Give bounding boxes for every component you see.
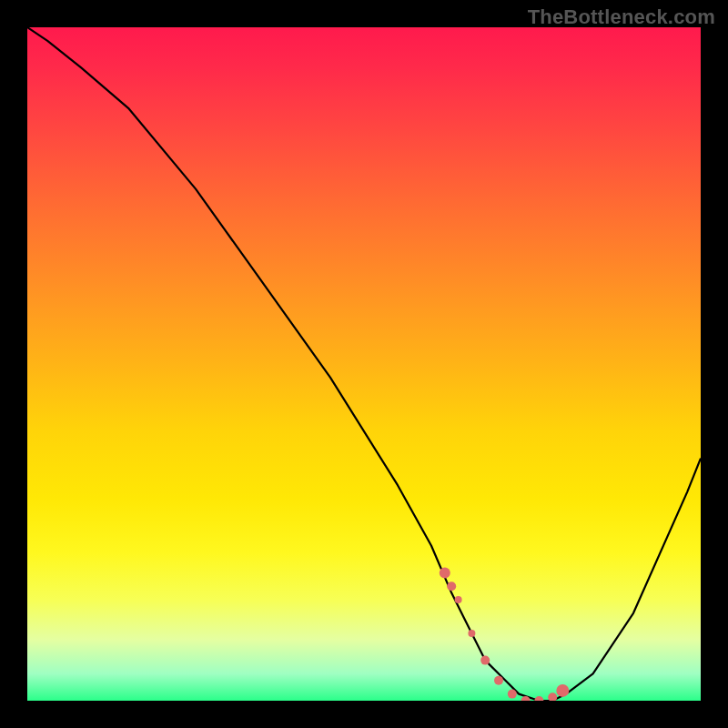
marker-dot — [548, 693, 557, 701]
plot-area — [27, 27, 701, 701]
marker-dot — [534, 696, 543, 701]
chart-frame: TheBottleneck.com — [0, 0, 728, 728]
marker-dot — [468, 630, 475, 637]
marker-dot — [440, 567, 450, 578]
marker-dot — [494, 676, 503, 685]
watermark-text: TheBottleneck.com — [528, 5, 715, 29]
bottleneck-curve — [27, 27, 701, 701]
marker-dot — [455, 596, 462, 603]
highlight-markers — [440, 567, 570, 701]
marker-dot — [480, 656, 490, 665]
marker-dot — [447, 581, 456, 591]
marker-dot — [556, 684, 569, 697]
curve-overlay — [27, 27, 701, 701]
marker-dot — [508, 690, 517, 699]
